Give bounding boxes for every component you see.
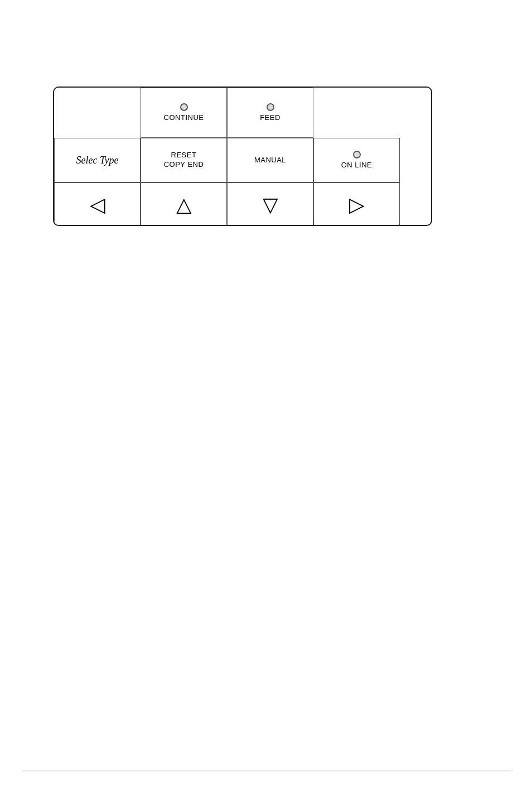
continue-button[interactable]: CONTINUE [141,88,227,138]
left-arrow-button[interactable]: ◁ [54,182,141,226]
right-arrow-button[interactable]: ▷ [313,182,400,226]
selec-type-text: Selec Type [76,155,118,166]
manual-label: MANUAL [254,156,286,165]
page-container: CONTINUE FEED Selec Type RESETCOPY END M… [0,0,532,788]
up-arrow-icon: △ [176,193,192,217]
down-arrow-button[interactable]: ▽ [227,182,313,226]
down-arrow-icon: ▽ [263,193,278,217]
feed-button[interactable]: FEED [227,88,313,138]
feed-label: FEED [260,113,280,123]
continue-indicator [180,103,188,111]
on-line-button[interactable]: ON LINE [313,138,400,182]
on-line-label: ON LINE [341,161,373,170]
reset-copy-end-button[interactable]: RESETCOPY END [141,138,227,182]
on-line-indicator [353,151,361,158]
right-arrow-icon: ▷ [349,193,365,217]
empty-top-right [313,88,400,138]
feed-indicator [267,103,274,111]
control-panel: CONTINUE FEED Selec Type RESETCOPY END M… [53,87,432,226]
continue-label: CONTINUE [164,113,204,123]
reset-copy-end-label: RESETCOPY END [164,151,204,170]
empty-top-left [54,88,141,138]
left-arrow-icon: ◁ [90,193,105,217]
selec-type-label[interactable]: Selec Type [54,138,141,182]
bottom-rule [22,771,510,772]
up-arrow-button[interactable]: △ [141,182,227,226]
manual-button[interactable]: MANUAL [227,138,313,182]
